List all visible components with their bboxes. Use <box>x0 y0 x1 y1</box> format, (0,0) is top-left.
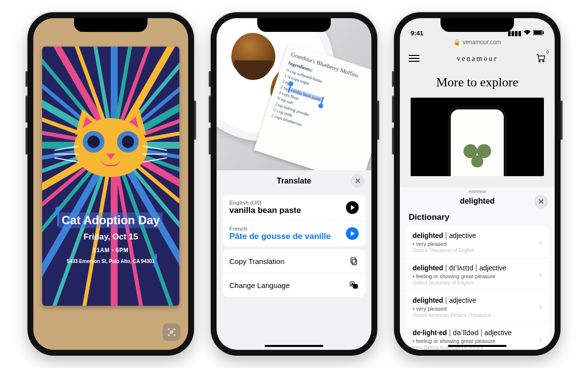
lookup-sheet: delighted ✕ Dictionary delighted|adjecti… <box>400 187 555 350</box>
dictionary-entry[interactable]: delighted|adjective• very pleasedOxford … <box>406 226 549 259</box>
source-row: English (US) vanilla bean paste <box>222 195 366 220</box>
sheet-grabber[interactable] <box>468 190 486 193</box>
photo-area: Grandma's Blueberry Muffins Ingredients:… <box>217 18 371 170</box>
wifi-icon <box>523 29 531 37</box>
svg-text:A: A <box>351 283 353 286</box>
phone-safari-lookup: 9:41 ▮▮▮▮ 🔒 venamour.com venamour <box>394 12 561 356</box>
lock-icon: 🔒 <box>453 39 461 46</box>
svg-point-10 <box>543 61 544 62</box>
menu-button[interactable] <box>409 55 419 62</box>
source-text: vanilla bean paste <box>229 206 301 215</box>
status-time: 9:41 <box>411 29 423 37</box>
svg-rect-0 <box>352 260 357 265</box>
source-lang-label: English (US) <box>229 200 301 206</box>
svg-rect-7 <box>534 31 542 35</box>
camera-viewfinder: Cat Adoption Day Friday, Oct 15 11AM - 6… <box>33 18 188 350</box>
poster-time: 11AM - 6PM <box>46 247 175 254</box>
play-target-button[interactable] <box>346 227 359 240</box>
dictionary-entry[interactable]: delighted|adjective• very pleasedOxford … <box>406 291 549 323</box>
poster-title-selected[interactable]: Cat Adoption Day <box>59 212 163 228</box>
svg-rect-1 <box>351 258 355 263</box>
copy-translation-row[interactable]: Copy Translation <box>222 249 366 273</box>
chevron-right-icon: › <box>539 269 542 280</box>
change-language-row[interactable]: Change Language A 文 <box>222 273 366 297</box>
battery-icon <box>533 29 544 37</box>
svg-point-9 <box>539 61 540 62</box>
play-source-button[interactable] <box>346 201 359 214</box>
dictionary-section-title: Dictionary <box>400 209 555 223</box>
svg-text:文: 文 <box>355 285 358 288</box>
translate-icon: A 文 <box>349 280 359 290</box>
phone-camera-livetext: Cat Adoption Day Friday, Oct 15 11AM - 6… <box>27 12 194 356</box>
poster-address: 5433 Emerson St, Palo Alto, CA 94301 <box>67 259 154 264</box>
page-headline: More to explore <box>400 75 555 90</box>
target-lang-label: French <box>229 226 331 232</box>
poster: Cat Adoption Day Friday, Oct 15 11AM - 6… <box>42 47 179 306</box>
brand-logo: venamour <box>457 54 498 63</box>
close-button[interactable]: ✕ <box>351 174 365 188</box>
chevron-right-icon: › <box>539 334 542 344</box>
close-button[interactable]: ✕ <box>534 195 548 209</box>
target-row: French Pâte de gousse de vanille <box>222 220 366 246</box>
lookup-word: delighted <box>460 197 494 205</box>
copy-icon <box>349 256 359 266</box>
chevron-right-icon: › <box>539 237 542 247</box>
phone-translate: Grandma's Blueberry Muffins Ingredients:… <box>211 12 377 356</box>
cat-illustration <box>69 108 152 182</box>
sheet-title: Translate <box>277 177 311 185</box>
svg-rect-8 <box>543 31 544 34</box>
target-text: Pâte de gousse de vanille <box>229 232 331 241</box>
product-image <box>411 98 544 176</box>
dictionary-entry[interactable]: delighted|dɪˈlʌɪtɪd|adjective• feeling o… <box>406 259 549 291</box>
poster-subtitle: Friday, Oct 15 <box>46 232 175 242</box>
live-text-button[interactable] <box>163 323 180 341</box>
cart-badge: 0 <box>546 50 549 54</box>
url-bar[interactable]: 🔒 venamour.com <box>400 38 555 49</box>
chevron-right-icon: › <box>539 302 542 312</box>
translate-sheet: Translate ✕ English (US) vanilla bean pa… <box>217 170 371 350</box>
cart-button[interactable]: 0 <box>535 53 546 64</box>
